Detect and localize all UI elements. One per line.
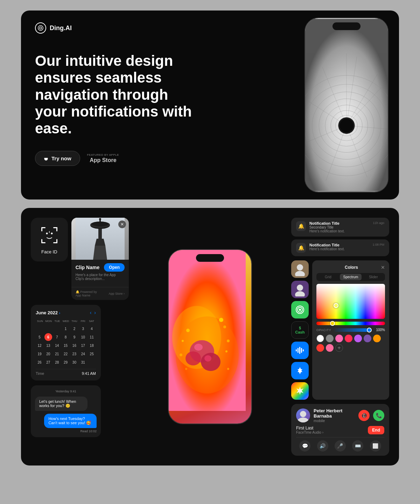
cal-cell-26[interactable]: 26: [36, 358, 43, 366]
call-end-button[interactable]: End: [368, 426, 384, 434]
swatch-pink1[interactable]: [335, 335, 343, 342]
call-keypad-button[interactable]: ⌨️: [352, 440, 363, 451]
swatch-red[interactable]: [345, 335, 352, 342]
cal-cell-12[interactable]: 12: [36, 342, 43, 349]
cal-cell-23[interactable]: 23: [70, 350, 78, 358]
cal-cell-17[interactable]: 17: [79, 342, 87, 349]
hero-buttons: Try now Featured by Apple App Store: [35, 151, 192, 166]
calendar-next-arrow[interactable]: ›: [94, 310, 96, 315]
svg-point-67: [295, 291, 305, 296]
try-now-button[interactable]: Try now: [35, 151, 80, 166]
icon-waveform: [291, 342, 309, 359]
color-cursor: [334, 303, 338, 308]
cal-day-wed: WED: [62, 319, 70, 323]
svg-point-52: [201, 353, 220, 371]
cal-day-mon: MON: [44, 319, 53, 323]
swatch-pink3[interactable]: [326, 344, 334, 352]
cal-cell-6[interactable]: 6: [44, 333, 52, 341]
clip-card: ✕: [71, 218, 129, 300]
cal-cell-15[interactable]: 15: [62, 342, 70, 349]
cal-cell-21[interactable]: 21: [53, 350, 61, 358]
color-swatches: +: [316, 335, 385, 352]
cal-cell-11[interactable]: 11: [88, 333, 96, 341]
calendar-arrows: ‹ ›: [90, 310, 96, 315]
colors-panel: Colors ✕ Grid Spectrum Slider OPACITY: [312, 260, 389, 400]
icon-avatar-1: [291, 260, 309, 278]
cal-cell-24[interactable]: 24: [79, 350, 87, 358]
cal-cell-31[interactable]: 31: [79, 358, 87, 366]
cal-cell-30[interactable]: 30: [70, 358, 78, 366]
svg-point-58: [182, 340, 184, 342]
colors-tabs: Grid Spectrum Slider: [316, 273, 385, 281]
swatch-red2[interactable]: [316, 344, 324, 352]
call-info: Peter Herbert Barnaba mobile: [314, 408, 355, 423]
swatch-white[interactable]: [316, 335, 324, 342]
svg-rect-73: [299, 347, 300, 354]
swatch-purple1[interactable]: [354, 335, 362, 342]
svg-point-45: [99, 218, 101, 220]
notification-time-1: 11h ago: [373, 221, 384, 225]
call-avatar: [296, 408, 310, 422]
cal-cell-1[interactable]: 1: [62, 325, 70, 332]
cal-cell-19[interactable]: 19: [36, 350, 43, 358]
icons-colors-row: $Cash: [291, 260, 389, 400]
color-spectrum-picker[interactable]: [316, 284, 385, 319]
cal-cell-13[interactable]: 13: [44, 342, 52, 349]
cal-cell-7[interactable]: 7: [53, 333, 61, 341]
cal-cell-14[interactable]: 14: [53, 342, 61, 349]
cal-cell-20[interactable]: 20: [44, 350, 52, 358]
svg-point-59: [227, 340, 230, 342]
cal-cell-8[interactable]: 8: [62, 333, 70, 341]
cal-cell-28[interactable]: 28: [53, 358, 61, 366]
logo-icon: [35, 22, 46, 34]
cal-cell-9[interactable]: 9: [70, 333, 78, 341]
middle-column: [136, 218, 284, 456]
svg-point-56: [223, 326, 226, 328]
swatch-add-button[interactable]: +: [335, 344, 343, 352]
colors-panel-title: Colors: [322, 265, 381, 270]
call-person-info: Peter Herbert Barnaba mobile 📵 📞: [296, 408, 384, 423]
cal-cell-5[interactable]: 5: [36, 333, 43, 341]
call-accept-button[interactable]: 📞: [373, 410, 384, 421]
cal-cell-27[interactable]: 27: [44, 358, 52, 366]
hue-slider[interactable]: [316, 322, 385, 325]
svg-point-66: [297, 285, 303, 291]
cal-cell-10[interactable]: 10: [79, 333, 87, 341]
call-speaker-button[interactable]: 🔊: [317, 440, 328, 451]
opacity-slider[interactable]: [333, 328, 372, 332]
colors-tab-slider[interactable]: Slider: [362, 274, 384, 280]
cal-cell-18[interactable]: 18: [88, 342, 96, 349]
cal-cell-3[interactable]: 3: [79, 325, 87, 332]
call-mute-button[interactable]: 🎤: [335, 440, 346, 451]
cal-cell-29[interactable]: 29: [62, 358, 70, 366]
message-date: Yesterday 9:41: [35, 390, 97, 393]
colors-tab-spectrum[interactable]: Spectrum: [340, 274, 362, 280]
colors-close-button[interactable]: ✕: [381, 265, 385, 270]
spiral-art: [305, 18, 388, 192]
cal-cell-empty: [44, 325, 52, 332]
colors-tab-grid[interactable]: Grid: [317, 274, 339, 280]
cal-cell-25[interactable]: 25: [88, 350, 96, 358]
hero-title: Our intuitive design ensures seamless na…: [35, 52, 192, 137]
logo-text: Ding.AI: [50, 24, 72, 32]
face-id-label: Face ID: [41, 249, 57, 254]
swatch-gray[interactable]: [326, 335, 334, 342]
cal-cell-4[interactable]: 4: [88, 325, 96, 332]
cal-cell-2[interactable]: 2: [70, 325, 78, 332]
swatch-orange[interactable]: [373, 335, 381, 342]
call-end-row: First Last FaceTime Audio › End: [296, 426, 384, 434]
clip-open-button[interactable]: Open: [104, 263, 125, 272]
swatch-purple2[interactable]: [364, 335, 371, 342]
calendar-prev-arrow[interactable]: ‹: [90, 310, 92, 315]
cal-cell-16[interactable]: 16: [70, 342, 78, 349]
phone-notch-top: [332, 22, 360, 30]
call-more-button[interactable]: ⬜: [370, 440, 381, 451]
notification-content-2: Notification Title 1:08 PM Here's notifi…: [309, 243, 384, 251]
call-decline-button[interactable]: 📵: [358, 410, 370, 421]
cal-cell-22[interactable]: 22: [62, 350, 70, 358]
cal-day-sun: SUN: [36, 319, 44, 323]
call-person-name: Peter Herbert Barnaba: [314, 408, 355, 419]
clip-close-button[interactable]: ✕: [118, 220, 126, 228]
call-chat-button[interactable]: 💬: [299, 440, 310, 451]
clip-appstore-link[interactable]: App Store ›: [108, 292, 125, 295]
